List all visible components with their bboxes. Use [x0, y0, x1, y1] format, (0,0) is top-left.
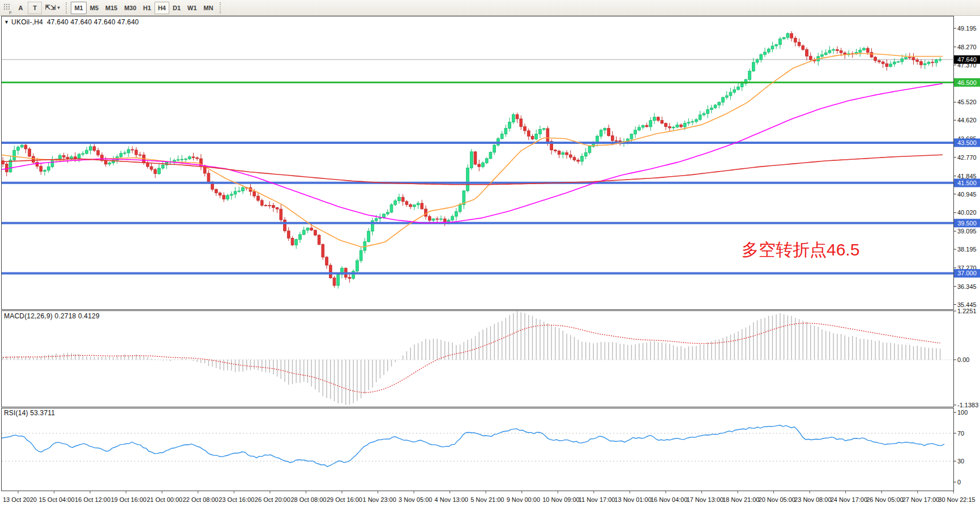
- svg-text:29 Oct 16:00: 29 Oct 16:00: [327, 496, 362, 503]
- svg-text:11 Nov 17:00: 11 Nov 17:00: [579, 496, 615, 503]
- arrow-objects-tool-button[interactable]: ⇱⇲▾: [42, 2, 63, 14]
- svg-text:16 Nov 04:00: 16 Nov 04:00: [651, 496, 687, 503]
- svg-text:28 Oct 08:00: 28 Oct 08:00: [290, 496, 326, 503]
- svg-text:26 Nov 05:00: 26 Nov 05:00: [866, 496, 903, 503]
- text-label-icon: A: [19, 5, 23, 11]
- svg-text:49.195: 49.195: [957, 25, 977, 32]
- svg-text:100: 100: [957, 409, 968, 416]
- svg-text:9 Nov 00:00: 9 Nov 00:00: [507, 496, 540, 503]
- svg-text:45.520: 45.520: [957, 99, 977, 105]
- rsi-indicator-label: RSI(14) 53.3711: [4, 409, 55, 417]
- svg-text:18 Nov 21:00: 18 Nov 21:00: [722, 496, 759, 503]
- ohlc-values: 47.640 47.640 47.640 47.640: [47, 18, 139, 26]
- toolbar: FAT⇱⇲▾M1M5M15M30H1H4D1W1MN: [0, 0, 980, 16]
- price-badge-41.500: 41.500: [954, 178, 980, 187]
- timeframe-button-h4[interactable]: H4: [155, 2, 169, 14]
- svg-text:-1.1383: -1.1383: [957, 402, 978, 408]
- svg-text:30: 30: [957, 458, 964, 465]
- rsi-name: RSI(14): [4, 409, 28, 417]
- text-label-tool-button[interactable]: A: [14, 2, 28, 14]
- price-badge-39.500: 39.500: [954, 219, 980, 227]
- svg-text:23 Nov 08:00: 23 Nov 08:00: [794, 496, 831, 503]
- timeframe-button-m30[interactable]: M30: [121, 2, 139, 14]
- text-box-icon: T: [33, 5, 37, 11]
- svg-text:44.620: 44.620: [957, 117, 977, 123]
- macd-name: MACD(12,26,9): [4, 312, 53, 320]
- svg-text:48.270: 48.270: [957, 44, 977, 50]
- timeframe-button-m5[interactable]: M5: [87, 2, 102, 14]
- macd-indicator-label: MACD(12,26,9) 0.2718 0.4129: [4, 312, 100, 320]
- svg-text:13 Nov 01:00: 13 Nov 01:00: [614, 496, 651, 503]
- toolbar-separator: [66, 2, 68, 14]
- svg-text:19 Oct 16:00: 19 Oct 16:00: [111, 496, 147, 503]
- price-badge-37.000: 37.000: [954, 269, 980, 278]
- svg-text:36.345: 36.345: [957, 283, 977, 290]
- svg-text:37.000: 37.000: [957, 270, 977, 276]
- collapse-triangle-icon[interactable]: ▼: [4, 19, 9, 25]
- svg-text:4 Nov 13:00: 4 Nov 13:00: [435, 496, 468, 503]
- svg-text:0.00: 0.00: [957, 356, 969, 363]
- symbol-period-label: UKOil-,H4: [11, 18, 43, 26]
- svg-text:39.095: 39.095: [957, 228, 977, 235]
- svg-text:42.770: 42.770: [957, 154, 977, 161]
- svg-text:1.2251: 1.2251: [957, 308, 977, 314]
- svg-text:47.640: 47.640: [957, 56, 977, 63]
- price-badge-46.500: 46.500: [954, 78, 980, 87]
- svg-text:22 Oct 08:00: 22 Oct 08:00: [183, 496, 219, 503]
- macd-values: 0.2718 0.4129: [55, 312, 100, 320]
- arrow-objects-icon: ⇱⇲: [45, 4, 55, 11]
- svg-text:3 Nov 05:00: 3 Nov 05:00: [399, 496, 432, 503]
- text-box-tool-button[interactable]: T: [28, 2, 42, 14]
- svg-text:40.020: 40.020: [957, 209, 977, 216]
- timeframe-button-m15[interactable]: M15: [102, 2, 121, 14]
- svg-text:41.845: 41.845: [957, 173, 977, 180]
- trading-app-window: 49.19548.27047.37046.44545.52044.62043.6…: [0, 0, 980, 507]
- timeframe-button-h1[interactable]: H1: [140, 2, 155, 14]
- svg-text:17 Nov 13:00: 17 Nov 13:00: [686, 496, 723, 503]
- price-badge-43.500: 43.500: [954, 138, 980, 147]
- price-axis[interactable]: 49.19548.27047.37046.44545.52044.62043.6…: [953, 25, 980, 485]
- price-badge-47.640: 47.640: [954, 56, 980, 64]
- svg-text:15 Oct 04:00: 15 Oct 04:00: [39, 496, 75, 503]
- svg-text:0: 0: [957, 479, 961, 485]
- svg-text:24 Nov 17:00: 24 Nov 17:00: [831, 496, 867, 503]
- svg-text:1 Nov 23:00: 1 Nov 23:00: [363, 496, 396, 503]
- timeframe-button-m1[interactable]: M1: [71, 2, 86, 14]
- svg-text:40.945: 40.945: [957, 191, 977, 198]
- chart-text-annotation[interactable]: 多空转折点46.5: [742, 238, 859, 262]
- svg-text:10 Nov 09:00: 10 Nov 09:00: [542, 496, 579, 503]
- time-axis[interactable]: 13 Oct 202015 Oct 04:0016 Oct 12:0019 Oc…: [3, 491, 975, 503]
- svg-text:5 Nov 21:00: 5 Nov 21:00: [470, 496, 504, 503]
- grip-dots-icon: [3, 3, 11, 10]
- toolbar-grip-icon[interactable]: F: [2, 2, 12, 14]
- svg-text:39.500: 39.500: [957, 220, 977, 227]
- svg-text:16 Oct 12:00: 16 Oct 12:00: [75, 496, 110, 503]
- toolbar-separator: [220, 2, 222, 14]
- svg-text:46.500: 46.500: [957, 79, 977, 86]
- svg-text:13 Oct 2020: 13 Oct 2020: [3, 496, 37, 503]
- svg-text:21 Oct 00:00: 21 Oct 00:00: [147, 496, 182, 503]
- grip-f-label: F: [9, 10, 12, 15]
- svg-text:27 Nov 17:00: 27 Nov 17:00: [902, 496, 939, 503]
- svg-text:30 Nov 22:15: 30 Nov 22:15: [938, 496, 975, 503]
- svg-text:35.445: 35.445: [957, 301, 977, 308]
- timeframe-button-d1[interactable]: D1: [169, 2, 184, 14]
- svg-text:26 Oct 20:00: 26 Oct 20:00: [255, 496, 290, 503]
- svg-text:20 Nov 05:00: 20 Nov 05:00: [759, 496, 795, 503]
- timeframe-button-w1[interactable]: W1: [184, 2, 200, 14]
- svg-text:23 Oct 16:00: 23 Oct 16:00: [219, 496, 254, 503]
- svg-text:43.500: 43.500: [957, 139, 977, 146]
- svg-text:70: 70: [957, 430, 964, 437]
- rsi-value: 53.3711: [30, 409, 55, 417]
- timeframe-button-mn[interactable]: MN: [200, 2, 217, 14]
- dropdown-caret-icon: ▾: [57, 5, 59, 10]
- svg-text:38.195: 38.195: [957, 246, 977, 253]
- svg-text:41.500: 41.500: [957, 180, 977, 186]
- chart-title: ▼UKOil-,H4 47.640 47.640 47.640 47.640: [4, 18, 139, 26]
